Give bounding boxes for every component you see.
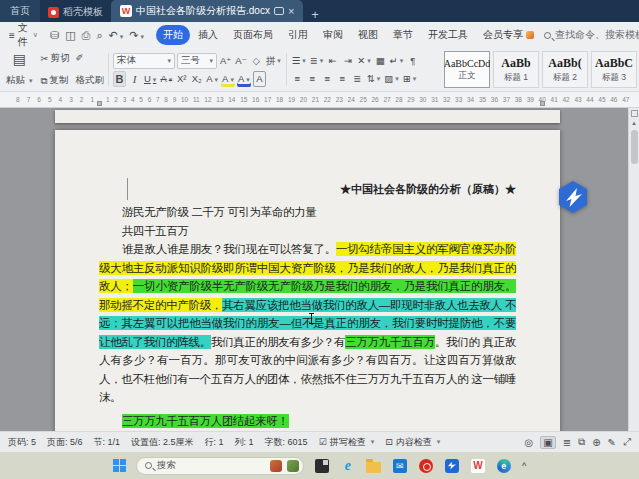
grow-font-icon[interactable]: A⁺ [219, 53, 232, 69]
font-size-select[interactable]: 三号▾ [177, 53, 217, 69]
shrink-font-icon[interactable]: A⁻ [234, 53, 247, 69]
file-menu-button[interactable]: ≡ 文件 ∨ [5, 21, 42, 49]
tab-docer-templates[interactable]: 稻壳模板 [40, 2, 111, 22]
strikethrough-icon[interactable]: A▾ [159, 71, 173, 87]
page-view-icon[interactable]: ▣ [540, 436, 555, 449]
save-icon[interactable]: ⛁ [50, 30, 59, 41]
borders-icon[interactable]: ⊞▾ [402, 71, 417, 87]
taskbar-search[interactable]: 搜索 [136, 457, 304, 475]
menu-tab-review[interactable]: 审阅 [316, 25, 350, 45]
style-标题 2[interactable]: AaBb(标题 2 [542, 51, 588, 88]
mail-app-icon[interactable]: ✉ [392, 458, 408, 474]
wrap-icon[interactable]: ↵▾ [389, 52, 404, 68]
underline-icon[interactable]: U▾ [143, 71, 157, 87]
undo-icon[interactable]: ↶▾ [109, 30, 124, 41]
ruler-number: 42 [562, 96, 569, 103]
comment-icon[interactable] [274, 7, 284, 15]
decrease-indent-icon[interactable]: ⇤ [326, 52, 339, 68]
align-right-icon[interactable]: ≡ [321, 71, 334, 87]
redo-icon[interactable]: ↷▾ [129, 30, 144, 41]
menu-tab-page-layout[interactable]: 页面布局 [226, 25, 280, 45]
outline-view-icon[interactable]: ≣ [563, 437, 571, 448]
file-explorer-icon[interactable] [366, 458, 382, 474]
vertical-scrollbar[interactable]: ▴ [628, 108, 639, 431]
menu-tab-section[interactable]: 章节 [386, 25, 420, 45]
document-body[interactable]: 游民无产阶级 二千万 可引为革命的力量共四千五百万谁是敌人谁是朋友？我们现在可以… [99, 203, 516, 430]
horizontal-ruler[interactable]: 87654321 1234567891011121314151617181920… [0, 92, 639, 108]
close-tab-icon[interactable]: × [288, 5, 294, 17]
clear-format-icon[interactable]: ◇ [250, 53, 263, 69]
pinyin-guide-icon[interactable]: 拼▾ [265, 53, 282, 69]
scrollbar-thumb[interactable] [631, 130, 638, 164]
fullscreen-icon[interactable]: ⤢ [623, 436, 631, 448]
paragraph[interactable]: 三万万九千五百万人团结起来呀！ [99, 412, 516, 431]
wps-app-icon[interactable]: W [470, 458, 486, 474]
ruler-toggle-icon[interactable] [631, 110, 638, 117]
ink-icon[interactable]: ✎ [608, 437, 616, 448]
subscript-icon[interactable]: X₂ [190, 71, 203, 87]
paragraph[interactable]: 共四千五百万 [99, 222, 516, 241]
internet-explorer-icon[interactable]: e [340, 458, 356, 474]
tray-chevron-icon[interactable]: ^ [522, 461, 526, 471]
bold-icon[interactable]: B [113, 71, 126, 87]
content-check-button[interactable]: ⊡ 内容检查 ▾ [385, 436, 440, 449]
menu-tab-insert[interactable]: 插入 [191, 25, 225, 45]
menu-tab-dev-tools[interactable]: 开发工具 [421, 25, 475, 45]
edge-browser-icon[interactable]: e [496, 458, 512, 474]
print-icon[interactable]: ⎙ [82, 30, 91, 41]
new-tab-button[interactable]: + [311, 7, 319, 22]
style-标题 1[interactable]: AaBb标题 1 [493, 51, 539, 88]
scroll-up-icon[interactable]: ▴ [632, 119, 636, 127]
font-name-select[interactable]: 宋体▾ [113, 53, 175, 69]
font-color-icon[interactable]: A▾ [237, 71, 251, 87]
style-sample: AaBb [501, 56, 530, 71]
menu-tab-vip[interactable]: 会员专享 [476, 25, 541, 45]
menu-tab-home[interactable]: 开始 [156, 25, 190, 45]
document-page[interactable]: ★中国社会各阶级的分析（原稿）★ 游民无产阶级 二千万 可引为革命的力量共四千五… [55, 130, 560, 431]
weibo-app-icon[interactable] [418, 458, 434, 474]
ruler-number: 2 [80, 96, 84, 103]
format-painter-button[interactable]: ✐ [75, 52, 104, 63]
paragraph[interactable]: 游民无产阶级 二千万 可引为革命的力量 [99, 203, 516, 222]
align-left-icon[interactable]: ≡ [291, 71, 304, 87]
wps-assistant-badge[interactable] [556, 180, 590, 214]
line-spacing-icon[interactable]: ⇅▾ [366, 71, 381, 87]
bird-app-icon[interactable] [444, 458, 460, 474]
left-indent-marker[interactable] [97, 101, 102, 106]
export-icon[interactable]: ◫ [65, 30, 75, 41]
menu-tab-references[interactable]: 引用 [281, 25, 315, 45]
read-layout-icon[interactable]: ⧉ [578, 436, 585, 448]
right-indent-marker[interactable] [540, 101, 545, 106]
superscript-icon[interactable]: X² [175, 71, 188, 87]
text-effects-icon[interactable]: A▾ [205, 71, 219, 87]
tab-home[interactable]: 首页 [0, 0, 40, 22]
style-正文[interactable]: AaBbCcDd正文 [444, 51, 490, 88]
justify-icon[interactable]: ≡ [336, 71, 349, 87]
highlight-color-icon[interactable]: A▾ [221, 71, 235, 87]
copy-button[interactable]: ⧉复制 [41, 74, 70, 87]
italic-icon[interactable]: I [128, 71, 141, 87]
tab-document[interactable]: W 中国社会各阶级分析报告.docx × [111, 0, 303, 22]
bullet-list-icon[interactable]: ☰▾ [291, 52, 307, 68]
eye-protect-icon[interactable]: ◎ [525, 437, 534, 448]
paragraph-mark-icon[interactable]: ¶ [406, 52, 419, 68]
character-scale-icon[interactable]: ▦ [374, 52, 387, 68]
distribute-icon[interactable]: ≣ [351, 71, 364, 87]
paste-button[interactable]: ▤ 粘贴▾ [4, 51, 35, 88]
paragraph[interactable]: 谁是敌人谁是朋友？我们现在可以答复了。一切勾结帝国主义的军阀官僚买办阶级大地主反… [99, 240, 516, 407]
command-search[interactable]: 查找命令、搜索模板 [544, 28, 639, 42]
cut-button[interactable]: ✂剪切 [41, 52, 70, 65]
start-button[interactable] [113, 459, 126, 472]
align-center-icon[interactable]: ≡ [306, 71, 319, 87]
shading-icon[interactable]: ▨▾ [383, 71, 400, 87]
print-preview-icon[interactable]: ⌕ [96, 30, 102, 41]
dark-app-icon[interactable] [314, 458, 330, 474]
increase-indent-icon[interactable]: ⇥ [341, 52, 354, 68]
character-border-icon[interactable]: A [253, 71, 266, 87]
style-标题 3[interactable]: AaBbC标题 3 [591, 51, 637, 88]
numbered-list-icon[interactable]: ≣▾ [309, 52, 324, 68]
asian-layout-icon[interactable]: ✕▾ [356, 52, 371, 68]
spell-check-button[interactable]: ☑ 拼写检查 ▾ [319, 436, 375, 449]
menu-tab-view[interactable]: 视图 [351, 25, 385, 45]
web-layout-icon[interactable]: ⊕ [592, 437, 600, 448]
